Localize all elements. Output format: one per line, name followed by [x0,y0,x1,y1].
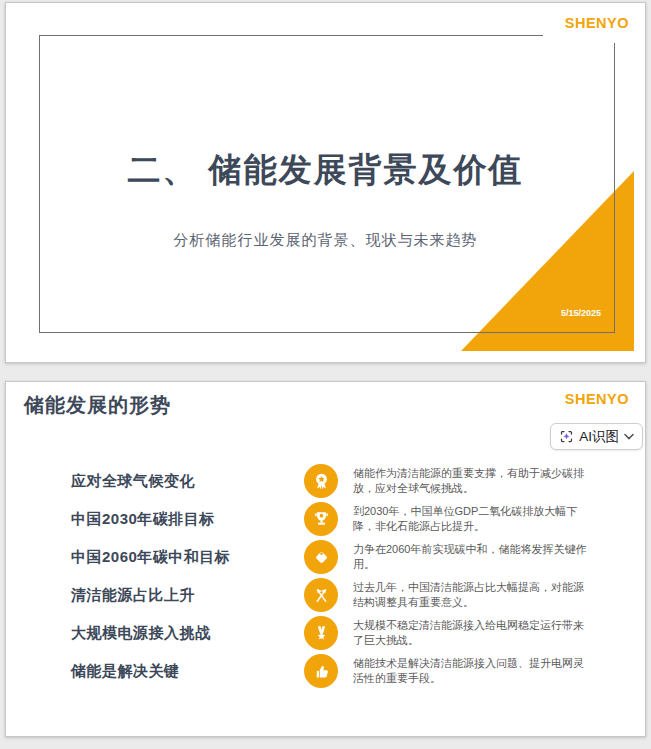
list-item: 应对全球气候变化 储能作为清洁能源的重要支撑，有助于减少碳排放，应对全球气候挑战… [71,464,591,498]
item-label: 中国2060年碳中和目标 [71,548,289,567]
list-item: 大规模电源接入挑战 大规模不稳定清洁能源接入给电网稳定运行带来了巨大挑战。 [71,616,591,650]
shenyo-logo: SHENYO [565,15,629,31]
thumbs-up-icon [304,654,338,688]
shenyo-logo: SHENYO [565,391,629,407]
feature-list: 应对全球气候变化 储能作为清洁能源的重要支撑，有助于减少碳排放，应对全球气候挑战… [71,464,591,692]
item-description: 力争在2060年前实现碳中和，储能将发挥关键作用。 [353,542,591,573]
item-label: 应对全球气候变化 [71,472,289,491]
slide-1-card: SHENYO 二、 储能发展背景及价值 分析储能行业发展的背景、现状与未来趋势 … [5,2,646,363]
section-subtitle: 分析储能行业发展的背景、现状与未来趋势 [6,231,645,250]
list-item: 清洁能源占比上升 过去几年，中国清洁能源占比大幅提高，对能源结构调整具有重要意义… [71,578,591,612]
logo-area: SHENYO [543,3,646,43]
ai-button-label: AI识图 [579,428,619,446]
crossed-flags-icon [304,578,338,612]
item-description: 过去几年，中国清洁能源占比大幅提高，对能源结构调整具有重要意义。 [353,580,591,611]
chevron-down-icon[interactable] [624,433,634,440]
item-label: 清洁能源占比上升 [71,586,289,605]
slide-2-card: 储能发展的形势 SHENYO AI识图 应对全球气候变化 储能作为清洁能源的重要… [5,381,646,737]
item-description: 大规模不稳定清洁能源接入给电网稳定运行带来了巨大挑战。 [353,618,591,649]
section-title: 二、 储能发展背景及价值 [6,148,645,193]
slide-date: 5/15/2025 [561,308,601,318]
list-item: 储能是解决关键 储能技术是解决清洁能源接入问题、提升电网灵活性的重要手段。 [71,654,591,688]
page-title: 储能发展的形势 [24,392,171,419]
item-description: 储能技术是解决清洁能源接入问题、提升电网灵活性的重要手段。 [353,656,591,687]
item-label: 大规模电源接入挑战 [71,624,289,643]
ai-scan-sparkle-icon [559,429,574,444]
logo-area: SHENYO [565,390,629,408]
list-item: 中国2030年碳排目标 到2030年，中国单位GDP二氧化碳排放大幅下降，非化石… [71,502,591,536]
tag-icon [304,540,338,574]
item-label: 储能是解决关键 [71,662,289,681]
award-rosette-icon [304,464,338,498]
list-item: 中国2060年碳中和目标 力争在2060年前实现碳中和，储能将发挥关键作用。 [71,540,591,574]
ai-recognize-button[interactable]: AI识图 [550,423,643,450]
item-description: 到2030年，中国单位GDP二氧化碳排放大幅下降，非化石能源占比提升。 [353,504,591,535]
medal-star-icon [304,616,338,650]
item-label: 中国2030年碳排目标 [71,510,289,529]
trophy-icon [304,502,338,536]
item-description: 储能作为清洁能源的重要支撑，有助于减少碳排放，应对全球气候挑战。 [353,466,591,497]
